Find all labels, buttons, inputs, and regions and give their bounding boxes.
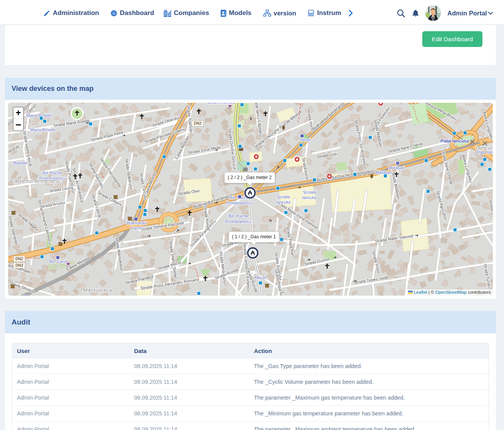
svg-text:I: I	[57, 264, 59, 269]
svg-text:DN3: DN3	[15, 263, 23, 268]
svg-text:Mecet: Mecet	[255, 275, 266, 280]
svg-text:Bd. Carol: Bd. Carol	[49, 259, 67, 264]
svg-text:DN2: DN2	[15, 257, 23, 261]
svg-text:Carol I: Carol I	[131, 226, 143, 230]
svg-text:Iancului: Iancului	[276, 200, 291, 204]
svg-text:Mătăsari: Mătăsari	[388, 166, 405, 170]
svg-text:Horei: Horei	[301, 137, 311, 142]
svg-text:Maria Rosetti: Maria Rosetti	[27, 113, 52, 118]
svg-text:Protopopescu: Protopopescu	[226, 201, 252, 205]
svg-text:Piața Iancului: Piața Iancului	[440, 139, 469, 143]
svg-text:DN2: DN2	[194, 121, 202, 125]
svg-text:Școala: Școala	[303, 190, 316, 194]
svg-text:Maria Rosetti: Maria Rosetti	[30, 127, 55, 132]
svg-text:Iancului: Iancului	[302, 195, 317, 200]
svg-text:Batiștei: Batiștei	[13, 161, 27, 165]
svg-text:Mântuleasa: Mântuleasa	[83, 287, 112, 293]
svg-text:Bulevardul: Bulevardul	[127, 221, 147, 225]
svg-text:Protopopescu: Protopopescu	[225, 219, 252, 224]
svg-text:Iancului: Iancului	[476, 144, 493, 151]
svg-text:Mihai Eminescu: Mihai Eminescu	[208, 103, 235, 105]
svg-text:Școala: Școala	[277, 194, 290, 199]
svg-text:Bd. Pache: Bd. Pache	[229, 214, 249, 218]
svg-text:Cartierul Armenesc: Cartierul Armenesc	[10, 178, 61, 184]
svg-text:Bd. Pache: Bd. Pache	[43, 171, 62, 175]
